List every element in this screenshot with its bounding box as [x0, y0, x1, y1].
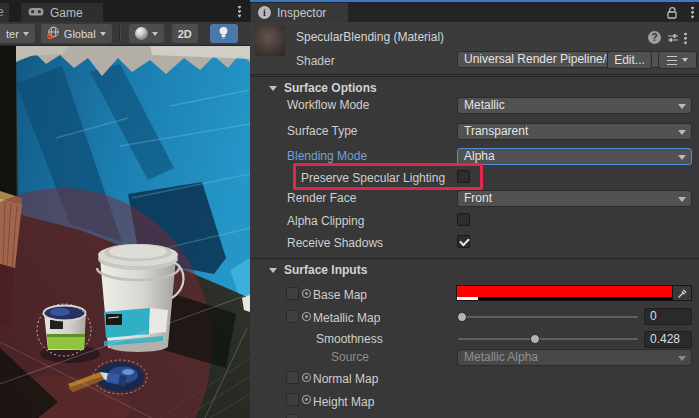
partial-tab[interactable]: e	[0, 3, 9, 22]
eyedropper-icon	[677, 288, 688, 299]
pivot-label: ter	[6, 28, 19, 40]
normal-map-label: Normal Map	[313, 371, 378, 388]
foldout-icon	[269, 268, 277, 273]
shader-label: Shader	[296, 52, 335, 70]
height-map-texture-slot[interactable]	[286, 393, 299, 406]
preserve-specular-label: Preserve Specular Lighting	[301, 170, 445, 187]
chevron-down-icon	[23, 32, 29, 36]
slider-thumb[interactable]	[457, 312, 467, 322]
section-surface-options[interactable]: Surface Options	[269, 80, 377, 96]
help-icon[interactable]	[648, 31, 661, 44]
base-map-texture-slot[interactable]	[286, 287, 299, 300]
receive-shadows-label: Receive Shadows	[287, 235, 383, 252]
blending-mode-value: Alpha	[464, 149, 495, 163]
toolbar-separator	[119, 26, 121, 41]
global-label: Global	[64, 28, 96, 40]
game-tabbar: e Game	[0, 0, 250, 22]
eyedropper-button[interactable]	[672, 286, 691, 300]
tab-inspector[interactable]: Inspector	[251, 3, 348, 22]
presets-icon[interactable]	[667, 32, 679, 47]
base-map-label: Base Map	[313, 287, 367, 304]
tab-game[interactable]: Game	[21, 3, 103, 22]
global-orientation-button[interactable]: Global	[41, 24, 112, 43]
edit-shader-button[interactable]: Edit...	[607, 51, 652, 69]
material-menu-icon[interactable]	[684, 32, 687, 45]
gamepad-icon	[28, 6, 44, 20]
unity-editor-window: e Game ter Global	[0, 0, 699, 418]
metallic-value-field[interactable]: 0	[644, 308, 692, 325]
normal-map-texture-slot[interactable]	[286, 371, 299, 384]
game-panel-menu-icon[interactable]	[238, 5, 241, 18]
chevron-down-icon	[678, 197, 686, 202]
surface-type-label: Surface Type	[287, 123, 358, 140]
color-value	[457, 286, 672, 300]
object-picker-icon[interactable]	[301, 394, 312, 405]
surface-type-value: Transparent	[464, 124, 528, 138]
chevron-down-icon	[100, 32, 106, 36]
inspector-tabbar: Inspector	[250, 0, 699, 22]
material-title: SpecularBlending (Material)	[296, 29, 444, 46]
render-face-dropdown[interactable]: Front	[457, 190, 692, 207]
scene-toolbar: ter Global 2D	[0, 22, 250, 46]
source-value: Metallic Alpha	[464, 350, 538, 364]
render-face-value: Front	[464, 191, 492, 205]
receive-shadows-checkbox[interactable]	[457, 235, 470, 248]
slider-thumb[interactable]	[530, 334, 540, 344]
workflow-mode-dropdown[interactable]: Metallic	[457, 97, 692, 114]
chevron-down-icon	[678, 130, 686, 135]
surface-type-dropdown[interactable]: Transparent	[457, 123, 692, 140]
source-dropdown: Metallic Alpha	[457, 349, 692, 366]
source-label: Source	[331, 349, 369, 366]
chevron-down-icon	[678, 104, 686, 109]
2d-label: 2D	[178, 28, 192, 40]
pivot-dropdown-button[interactable]: ter	[0, 24, 35, 43]
workflow-mode-value: Metallic	[464, 98, 505, 112]
shaded-sphere-icon	[135, 27, 148, 40]
shading-mode-button[interactable]	[129, 24, 164, 43]
scene-lighting-toggle-button[interactable]	[210, 24, 238, 43]
object-picker-icon[interactable]	[301, 288, 312, 299]
chevron-down-icon	[152, 32, 158, 36]
section-surface-inputs-title: Surface Inputs	[284, 263, 367, 277]
chevron-down-icon	[678, 155, 686, 160]
material-preview-thumbnail[interactable]	[255, 26, 285, 56]
game-view-viewport[interactable]	[0, 46, 250, 418]
slider-track[interactable]	[458, 316, 638, 318]
inspector-menu-icon[interactable]	[691, 6, 694, 19]
chevron-down-icon	[678, 356, 686, 361]
metallic-slider[interactable]	[458, 312, 638, 322]
info-icon	[258, 6, 271, 19]
render-face-label: Render Face	[287, 190, 356, 207]
base-map-color-swatch[interactable]	[456, 285, 692, 301]
tab-game-label: Game	[50, 6, 83, 20]
lock-icon[interactable]	[666, 6, 678, 23]
globe-icon	[47, 26, 60, 41]
object-picker-icon[interactable]	[301, 311, 312, 322]
alpha-clipping-label: Alpha Clipping	[287, 213, 364, 230]
foldout-icon	[269, 86, 277, 91]
divider	[250, 258, 699, 259]
alpha-clipping-checkbox[interactable]	[457, 213, 470, 226]
2d-toggle-button[interactable]: 2D	[172, 24, 198, 43]
blending-mode-label: Blending Mode	[287, 148, 367, 165]
blending-mode-dropdown[interactable]: Alpha	[457, 148, 692, 165]
divider	[250, 76, 699, 77]
smoothness-value-field[interactable]: 0.428	[644, 331, 692, 348]
chevron-down-icon	[682, 58, 688, 62]
section-surface-inputs[interactable]: Surface Inputs	[269, 262, 367, 278]
inspector-panel: Inspector SpecularBlending (Material) Sh…	[250, 0, 699, 418]
object-picker-icon[interactable]	[301, 372, 312, 383]
metallic-map-texture-slot[interactable]	[286, 310, 299, 323]
height-map-label: Height Map	[313, 394, 374, 411]
workflow-mode-label: Workflow Mode	[287, 97, 369, 114]
metallic-map-label: Metallic Map	[313, 310, 380, 327]
lightbulb-icon	[218, 26, 229, 42]
slider-track[interactable]	[458, 338, 638, 340]
preserve-specular-checkbox[interactable]	[457, 170, 470, 183]
shader-options-button[interactable]	[658, 51, 697, 69]
tab-inspector-label: Inspector	[277, 6, 326, 20]
next-texture-slot-partial[interactable]	[286, 414, 299, 418]
shader-dropdown[interactable]: Universal Render Pipeline/Lit	[457, 51, 692, 68]
smoothness-slider[interactable]	[458, 334, 638, 344]
smoothness-label: Smoothness	[316, 331, 383, 348]
